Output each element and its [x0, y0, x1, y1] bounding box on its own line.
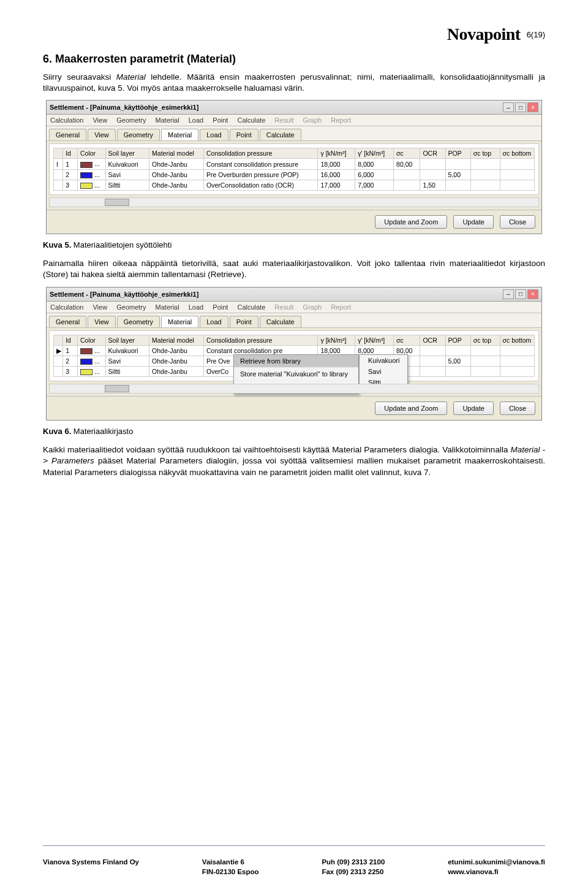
table-row[interactable]: 2 ...SaviOhde-JanbuPre Overburden pressu…	[54, 169, 535, 180]
menu-item[interactable]: Calculate	[237, 303, 265, 311]
color-swatch-icon[interactable]	[80, 348, 92, 354]
color-swatch-icon[interactable]	[80, 183, 92, 189]
cell-gamma-prime[interactable]: 7,000	[355, 180, 394, 190]
cell-sc-bottom[interactable]	[500, 169, 535, 180]
cell-ocr[interactable]: 1,50	[420, 180, 445, 190]
cell-color[interactable]: ...	[78, 169, 106, 180]
cell-sc-top[interactable]	[470, 180, 500, 190]
cell-id[interactable]: 2	[63, 356, 78, 366]
color-swatch-icon[interactable]	[80, 359, 92, 365]
cell-sc-top[interactable]	[470, 366, 500, 376]
tab-calculate[interactable]: Calculate	[260, 129, 301, 140]
menu-item[interactable]: View	[92, 303, 107, 311]
maximize-button[interactable]: □	[515, 289, 526, 299]
update-button[interactable]: Update	[453, 215, 493, 229]
tab-material[interactable]: Material	[161, 129, 198, 140]
cell-color[interactable]: ...	[78, 366, 106, 376]
cell-color[interactable]: ...	[78, 180, 106, 190]
cell-pop[interactable]	[445, 180, 470, 190]
cell-pop[interactable]: 5,00	[445, 169, 470, 180]
cell-gamma[interactable]: 18,000	[318, 159, 355, 169]
cell-ocr[interactable]	[420, 169, 445, 180]
tab-calculate[interactable]: Calculate	[260, 316, 301, 327]
tab-material[interactable]: Material	[161, 316, 198, 327]
cell-soil-layer[interactable]: Kuivakuori	[105, 159, 149, 169]
cell-id[interactable]: 1	[63, 159, 78, 169]
tab-geometry[interactable]: Geometry	[117, 129, 160, 140]
menu-item[interactable]: Load	[189, 303, 203, 311]
cell-material-model[interactable]: Ohde-Janbu	[149, 356, 204, 366]
menu-item[interactable]: Point	[213, 116, 228, 124]
cell-sc-bottom[interactable]	[500, 159, 535, 169]
ctx-retrieve[interactable]: Retrieve from library	[234, 355, 358, 368]
close-button[interactable]: ×	[527, 102, 538, 112]
cell-sc-bottom[interactable]	[500, 356, 535, 366]
cell-consolidation-pressure[interactable]: Pre Overburden pressure (POP)	[204, 169, 318, 180]
update-button[interactable]: Update	[453, 402, 493, 415]
tab-geometry[interactable]: Geometry	[117, 316, 160, 327]
close-dialog-button[interactable]: Close	[500, 215, 535, 229]
minimize-button[interactable]: –	[503, 289, 514, 299]
update-zoom-button[interactable]: Update and Zoom	[375, 402, 447, 415]
material-grid[interactable]: Id Color Soil layer Material model Conso…	[49, 330, 539, 382]
cell-gamma[interactable]: 17,000	[318, 180, 355, 190]
menubar[interactable]: Calculation View Geometry Material Load …	[47, 115, 541, 126]
menu-item[interactable]: Calculation	[50, 303, 83, 311]
cell-sigma-c[interactable]	[394, 169, 420, 180]
cell-soil-layer[interactable]: Kuivakuori	[105, 345, 149, 356]
cell-ocr[interactable]	[420, 159, 445, 169]
cell-ocr[interactable]	[420, 366, 445, 376]
ctx-sub-item[interactable]: Savi	[360, 366, 407, 377]
cell-sigma-c[interactable]: 80,00	[394, 159, 420, 169]
cell-consolidation-pressure[interactable]: OverConsolidation ratio (OCR)	[204, 180, 318, 190]
cell-sc-bottom[interactable]	[500, 180, 535, 190]
cell-material-model[interactable]: Ohde-Janbu	[149, 180, 204, 190]
ctx-store[interactable]: Store material "Kuivakuori" to library	[234, 368, 358, 381]
tab-load[interactable]: Load	[200, 316, 228, 327]
menu-item[interactable]: Geometry	[116, 303, 146, 311]
window-titlebar[interactable]: Settlement - [Painuma_käyttöohje_esimerk…	[47, 101, 541, 115]
cell-color[interactable]: ...	[78, 356, 106, 366]
cell-sc-top[interactable]	[470, 159, 500, 169]
cell-soil-layer[interactable]: Savi	[105, 169, 149, 180]
cell-material-model[interactable]: Ohde-Janbu	[149, 159, 204, 169]
cell-id[interactable]: 3	[63, 180, 78, 190]
color-swatch-icon[interactable]	[80, 162, 92, 168]
menu-item[interactable]: Load	[189, 116, 203, 124]
cell-gamma-prime[interactable]: 6,000	[355, 169, 394, 180]
horizontal-scrollbar[interactable]	[49, 384, 539, 394]
cell-id[interactable]: 1	[63, 345, 78, 356]
close-button[interactable]: ×	[527, 289, 538, 299]
cell-sc-bottom[interactable]	[500, 366, 535, 376]
cell-material-model[interactable]: Ohde-Janbu	[149, 345, 204, 356]
close-dialog-button[interactable]: Close	[500, 402, 535, 415]
cell-sc-top[interactable]	[470, 345, 500, 356]
cell-pop[interactable]	[445, 159, 470, 169]
context-submenu[interactable]: Kuivakuori Savi Siltti	[359, 354, 408, 389]
menu-item[interactable]: View	[92, 116, 107, 124]
cell-pop[interactable]: 5,00	[445, 356, 470, 366]
scrollbar-thumb[interactable]	[105, 199, 129, 206]
ctx-sub-item[interactable]: Kuivakuori	[360, 355, 407, 366]
menu-item[interactable]: Calculation	[50, 116, 83, 124]
tab-point[interactable]: Point	[230, 316, 258, 327]
color-swatch-icon[interactable]	[80, 369, 92, 375]
menu-item[interactable]: Material	[156, 303, 179, 311]
cell-sc-top[interactable]	[470, 169, 500, 180]
menu-item[interactable]: Material	[156, 116, 179, 124]
cell-soil-layer[interactable]: Siltti	[105, 180, 149, 190]
cell-soil-layer[interactable]: Siltti	[105, 366, 149, 376]
menubar[interactable]: Calculation View Geometry Material Load …	[47, 302, 541, 313]
tab-general[interactable]: General	[49, 129, 86, 140]
cell-id[interactable]: 3	[63, 366, 78, 376]
cell-material-model[interactable]: Ohde-Janbu	[149, 169, 204, 180]
tab-load[interactable]: Load	[200, 129, 228, 140]
cell-soil-layer[interactable]: Savi	[105, 356, 149, 366]
table-row[interactable]: 3 ...SilttiOhde-JanbuOverConsolidation r…	[54, 180, 535, 190]
cell-pop[interactable]	[445, 345, 470, 356]
cell-gamma[interactable]: 16,000	[318, 169, 355, 180]
tab-general[interactable]: General	[49, 316, 86, 327]
cell-pop[interactable]	[445, 366, 470, 376]
cell-color[interactable]: ...	[78, 159, 106, 169]
cell-gamma-prime[interactable]: 8,000	[355, 159, 394, 169]
